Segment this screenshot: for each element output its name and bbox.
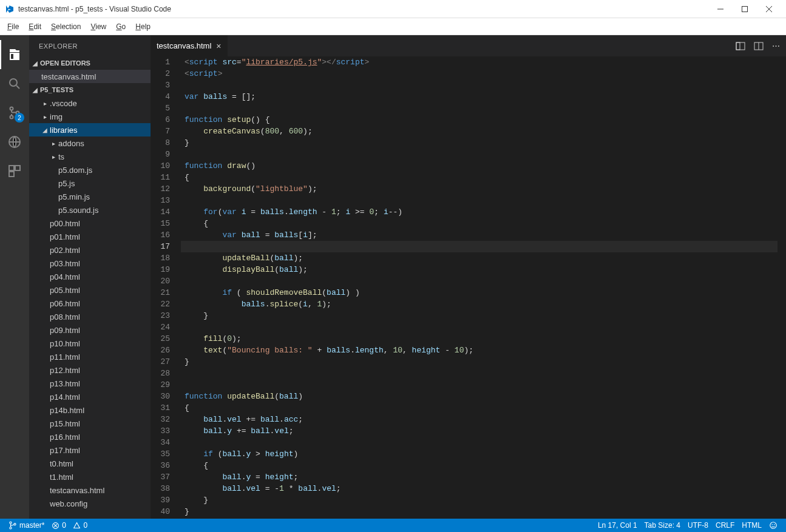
- file-p14b-html[interactable]: p14b.html: [29, 403, 151, 417]
- file-p5-sound-js[interactable]: p5.sound.js: [29, 203, 151, 217]
- close-icon[interactable]: ×: [216, 41, 221, 51]
- code-line[interactable]: {: [181, 402, 778, 414]
- status-eol[interactable]: CRLF: [712, 521, 738, 530]
- code-line[interactable]: background("lightblue");: [181, 183, 778, 195]
- activitybar-explorer[interactable]: [0, 40, 29, 69]
- file-web-config[interactable]: web.config: [29, 497, 151, 510]
- project-header[interactable]: ◢ P5_TESTS: [29, 83, 151, 96]
- file-p00-html[interactable]: p00.html: [29, 217, 151, 230]
- code-line[interactable]: if ( shouldRemoveBall(ball) ): [181, 287, 778, 298]
- status-problems[interactable]: 0 0: [48, 521, 91, 530]
- code-line[interactable]: function updateBall(ball): [181, 391, 778, 402]
- menu-file[interactable]: File: [2, 20, 24, 33]
- code-line[interactable]: }: [181, 356, 778, 368]
- activitybar-search[interactable]: [0, 69, 29, 98]
- more-icon[interactable]: ⋯: [772, 41, 780, 50]
- code-line[interactable]: for(var i = balls.length - 1; i >= 0; i-…: [181, 206, 778, 218]
- code-line[interactable]: {: [181, 172, 778, 183]
- window-close-button[interactable]: [757, 1, 781, 18]
- open-editors-header[interactable]: ◢ OPEN EDITORS: [29, 56, 151, 70]
- status-position[interactable]: Ln 17, Col 1: [594, 521, 641, 530]
- code-line[interactable]: [181, 79, 778, 91]
- code-line[interactable]: createCanvas(800, 600);: [181, 126, 778, 137]
- code-line[interactable]: }: [181, 506, 778, 517]
- activitybar-extensions[interactable]: [0, 157, 29, 186]
- code-line[interactable]: text("Bouncing balls: " + balls.length, …: [181, 345, 778, 356]
- folder--vscode[interactable]: ▸.vscode: [29, 96, 151, 110]
- window-maximize-button[interactable]: [733, 1, 757, 18]
- file-p15-html[interactable]: p15.html: [29, 417, 151, 430]
- code-line[interactable]: ball.vel += ball.acc;: [181, 414, 778, 425]
- file-p04-html[interactable]: p04.html: [29, 270, 151, 283]
- file-p03-html[interactable]: p03.html: [29, 257, 151, 270]
- folder-ts[interactable]: ▸ts: [29, 150, 151, 163]
- code-line[interactable]: <script>: [181, 68, 778, 79]
- status-tabsize[interactable]: Tab Size: 4: [641, 521, 684, 530]
- code-line[interactable]: updateBall(ball);: [181, 252, 778, 264]
- folder-addons[interactable]: ▸addons: [29, 136, 151, 150]
- code-line[interactable]: {: [181, 460, 778, 471]
- file-p02-html[interactable]: p02.html: [29, 243, 151, 257]
- code-line[interactable]: function setup() {: [181, 114, 778, 126]
- code-line[interactable]: [181, 103, 778, 114]
- code-line[interactable]: balls.splice(i, 1);: [181, 298, 778, 310]
- status-branch[interactable]: master*: [5, 521, 48, 530]
- activitybar-scm[interactable]: 2: [0, 98, 29, 127]
- window-minimize-button[interactable]: [708, 1, 733, 18]
- code-line[interactable]: displayBall(ball);: [181, 264, 778, 275]
- activitybar-debug[interactable]: [0, 127, 29, 157]
- menu-help[interactable]: Help: [130, 20, 155, 33]
- code-line[interactable]: }: [181, 310, 778, 322]
- file-p06-html[interactable]: p06.html: [29, 297, 151, 310]
- file-p13-html[interactable]: p13.html: [29, 377, 151, 390]
- code-content[interactable]: <script src="libraries/p5.js"></script><…: [181, 56, 778, 519]
- code-line[interactable]: ball.y += ball.vel;: [181, 425, 778, 437]
- menu-selection[interactable]: Selection: [46, 20, 86, 33]
- code-line[interactable]: ball.y = height;: [181, 471, 778, 483]
- file-p14-html[interactable]: p14.html: [29, 390, 151, 403]
- file-p5-dom-js[interactable]: p5.dom.js: [29, 163, 151, 177]
- file-p17-html[interactable]: p17.html: [29, 443, 151, 457]
- code-line[interactable]: <script src="libraries/p5.js"></script>: [181, 56, 778, 68]
- code-line[interactable]: [181, 368, 778, 379]
- menu-edit[interactable]: Edit: [24, 20, 46, 33]
- scrollbar[interactable]: [778, 56, 786, 519]
- file-t0-html[interactable]: t0.html: [29, 457, 151, 470]
- file-p01-html[interactable]: p01.html: [29, 230, 151, 243]
- menu-go[interactable]: Go: [111, 20, 130, 33]
- code-line[interactable]: var balls = [];: [181, 91, 778, 103]
- code-line[interactable]: [181, 149, 778, 160]
- code-line[interactable]: fill(0);: [181, 333, 778, 345]
- file-p10-html[interactable]: p10.html: [29, 337, 151, 350]
- file-p05-html[interactable]: p05.html: [29, 283, 151, 297]
- split-editor-icon[interactable]: [736, 41, 745, 51]
- file-testcanvas-html[interactable]: testcanvas.html: [29, 483, 151, 497]
- folder-img[interactable]: ▸img: [29, 110, 151, 123]
- file-p5-min-js[interactable]: p5.min.js: [29, 190, 151, 203]
- file-p09-html[interactable]: p09.html: [29, 323, 151, 337]
- code-line[interactable]: }: [181, 137, 778, 149]
- file-p12-html[interactable]: p12.html: [29, 363, 151, 377]
- code-line[interactable]: [181, 437, 778, 448]
- code-line[interactable]: [181, 241, 778, 252]
- file-p11-html[interactable]: p11.html: [29, 350, 151, 363]
- code-line[interactable]: var ball = balls[i];: [181, 229, 778, 241]
- file-t1-html[interactable]: t1.html: [29, 470, 151, 483]
- open-editor-item[interactable]: testcanvas.html: [29, 70, 151, 83]
- code-line[interactable]: [181, 322, 778, 333]
- tab-testcanvas[interactable]: testcanvas.html ×: [151, 35, 228, 56]
- file-p5-js[interactable]: p5.js: [29, 177, 151, 190]
- code-line[interactable]: }: [181, 494, 778, 506]
- status-feedback-icon[interactable]: [765, 521, 781, 530]
- code-line[interactable]: function draw(): [181, 160, 778, 172]
- code-line[interactable]: [181, 275, 778, 287]
- folder-libraries[interactable]: ◢libraries: [29, 123, 151, 136]
- code-line[interactable]: [181, 379, 778, 391]
- status-encoding[interactable]: UTF-8: [684, 521, 712, 530]
- code-line[interactable]: {: [181, 218, 778, 229]
- status-language[interactable]: HTML: [738, 521, 765, 530]
- layout-icon[interactable]: [754, 41, 764, 51]
- menu-view[interactable]: View: [86, 20, 111, 33]
- code-line[interactable]: [181, 195, 778, 206]
- code-line[interactable]: ball.vel = -1 * ball.vel;: [181, 483, 778, 494]
